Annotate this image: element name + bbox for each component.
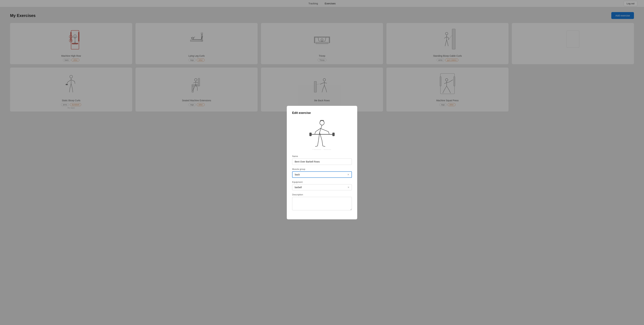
modal-title: Edit exercise	[292, 111, 352, 115]
svg-line-100	[322, 140, 323, 146]
svg-rect-96	[332, 133, 334, 136]
muscle-group-clear-button[interactable]: ×	[347, 173, 349, 176]
name-input[interactable]	[292, 158, 352, 165]
svg-point-88	[320, 120, 324, 125]
muscle-group-label: Muscle group	[292, 168, 352, 170]
description-field-group: Description	[292, 193, 352, 211]
svg-line-98	[320, 132, 322, 140]
svg-text:© WorkoutLabs: © WorkoutLabs	[312, 149, 321, 150]
equipment-value: barbell	[295, 186, 302, 189]
svg-line-99	[318, 140, 318, 146]
svg-line-101	[315, 146, 318, 146]
modal-exercise-image: © WorkoutLabs WorkoutLabs	[292, 118, 352, 152]
equipment-field-group: Equipment barbell ×	[292, 181, 352, 190]
name-field-group: Name	[292, 155, 352, 165]
edit-exercise-modal: Edit exercise	[287, 106, 357, 219]
svg-line-93	[328, 132, 329, 134]
muscle-group-chip-input[interactable]: back ×	[292, 172, 352, 178]
muscle-group-value: back	[295, 173, 300, 176]
name-label: Name	[292, 155, 352, 158]
muscle-group-field-group: Muscle group back ×	[292, 168, 352, 178]
svg-line-97	[318, 132, 320, 140]
svg-line-91	[315, 132, 316, 134]
description-label: Description	[292, 193, 352, 196]
svg-text:WorkoutLabs: WorkoutLabs	[324, 149, 331, 150]
svg-line-102	[323, 146, 325, 146]
description-textarea[interactable]	[292, 197, 352, 210]
svg-rect-95	[310, 133, 312, 136]
svg-line-90	[316, 128, 320, 132]
modal-overlay[interactable]: Edit exercise	[0, 0, 644, 325]
equipment-chip-input[interactable]: barbell ×	[292, 184, 352, 190]
equipment-label: Equipment	[292, 181, 352, 183]
svg-line-92	[320, 128, 328, 132]
equipment-clear-button[interactable]: ×	[348, 186, 349, 189]
